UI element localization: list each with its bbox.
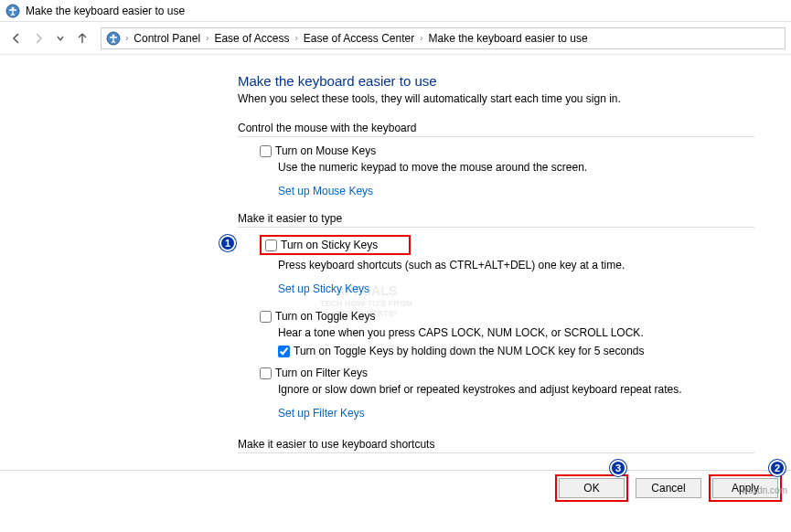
svg-point-3 bbox=[112, 34, 115, 37]
cancel-button[interactable]: Cancel bbox=[636, 478, 701, 498]
page-heading: Make the keyboard easier to use bbox=[238, 73, 754, 89]
forward-button[interactable] bbox=[27, 27, 49, 49]
breadcrumb-ease-of-access[interactable]: Ease of Access bbox=[210, 32, 293, 45]
ok-button[interactable]: OK bbox=[559, 478, 625, 498]
mouse-keys-input[interactable] bbox=[260, 145, 272, 157]
svg-point-1 bbox=[12, 6, 15, 9]
setup-mouse-keys-link[interactable]: Set up Mouse Keys bbox=[278, 185, 373, 197]
setup-sticky-keys-link[interactable]: Set up Sticky Keys bbox=[278, 282, 369, 295]
chevron-right-icon[interactable]: › bbox=[123, 33, 130, 43]
filter-keys-checkbox[interactable]: Turn on Filter Keys bbox=[260, 367, 754, 379]
recent-dropdown[interactable] bbox=[49, 27, 71, 49]
toggle-keys-checkbox[interactable]: Turn on Toggle Keys bbox=[260, 310, 754, 323]
sticky-keys-label: Turn on Sticky Keys bbox=[281, 239, 378, 251]
filter-keys-input[interactable] bbox=[260, 367, 272, 379]
ease-of-access-icon bbox=[105, 30, 122, 47]
back-button[interactable] bbox=[5, 27, 27, 49]
mouse-keys-desc: Use the numeric keypad to move the mouse… bbox=[278, 161, 754, 174]
navigation-bar: › Control Panel › Ease of Access › Ease … bbox=[0, 22, 791, 55]
chevron-right-icon[interactable]: › bbox=[293, 33, 299, 43]
breadcrumb-current: Make the keyboard easier to use bbox=[425, 32, 592, 45]
toggle-keys-numlock-label: Turn on Toggle Keys by holding down the … bbox=[294, 345, 645, 357]
breadcrumb-control-panel[interactable]: Control Panel bbox=[130, 32, 204, 45]
main-content: APPUALS TECH HOW-TO'S FROM THE EXPERTS! … bbox=[0, 55, 791, 470]
sticky-keys-input[interactable] bbox=[265, 239, 277, 251]
section-header-mouse: Control the mouse with the keyboard bbox=[238, 122, 754, 137]
chevron-right-icon[interactable]: › bbox=[418, 33, 424, 43]
annotation-badge-1: 1 bbox=[219, 235, 236, 251]
breadcrumb[interactable]: › Control Panel › Ease of Access › Ease … bbox=[101, 27, 786, 49]
filter-keys-desc: Ignore or slow down brief or repeated ke… bbox=[278, 383, 754, 396]
toggle-keys-desc: Hear a tone when you press CAPS LOCK, NU… bbox=[278, 326, 754, 339]
filter-keys-label: Turn on Filter Keys bbox=[275, 367, 368, 379]
button-bar: 3 OK Cancel 2 Apply bbox=[0, 470, 791, 505]
toggle-keys-label: Turn on Toggle Keys bbox=[275, 310, 375, 323]
page-subheading: When you select these tools, they will a… bbox=[238, 92, 754, 105]
toggle-keys-input[interactable] bbox=[260, 311, 272, 323]
chevron-right-icon[interactable]: › bbox=[204, 33, 210, 43]
sticky-keys-checkbox[interactable]: Turn on Sticky Keys bbox=[265, 239, 405, 251]
window-title: Make the keyboard easier to use bbox=[26, 5, 185, 17]
sticky-keys-desc: Press keyboard shortcuts (such as CTRL+A… bbox=[278, 259, 754, 271]
window-titlebar: Make the keyboard easier to use bbox=[0, 0, 791, 22]
source-watermark: wsxdn.com bbox=[742, 485, 787, 495]
annotation-badge-3: 3 bbox=[610, 460, 626, 476]
up-button[interactable] bbox=[71, 27, 93, 49]
breadcrumb-ease-of-access-center[interactable]: Ease of Access Center bbox=[300, 32, 418, 45]
section-header-shortcuts: Make it easier to use keyboard shortcuts bbox=[238, 438, 754, 453]
ease-of-access-icon bbox=[5, 4, 20, 18]
toggle-keys-numlock-checkbox[interactable]: Turn on Toggle Keys by holding down the … bbox=[278, 345, 754, 357]
mouse-keys-label: Turn on Mouse Keys bbox=[275, 144, 376, 157]
setup-filter-keys-link[interactable]: Set up Filter Keys bbox=[278, 407, 365, 420]
toggle-keys-numlock-input[interactable] bbox=[278, 346, 290, 357]
mouse-keys-checkbox[interactable]: Turn on Mouse Keys bbox=[260, 144, 754, 157]
annotation-badge-2: 2 bbox=[769, 460, 786, 476]
section-header-type: Make it easier to type bbox=[238, 212, 754, 228]
annotation-highlight-ok: OK bbox=[555, 474, 628, 502]
annotation-highlight-sticky: Turn on Sticky Keys bbox=[260, 235, 411, 255]
